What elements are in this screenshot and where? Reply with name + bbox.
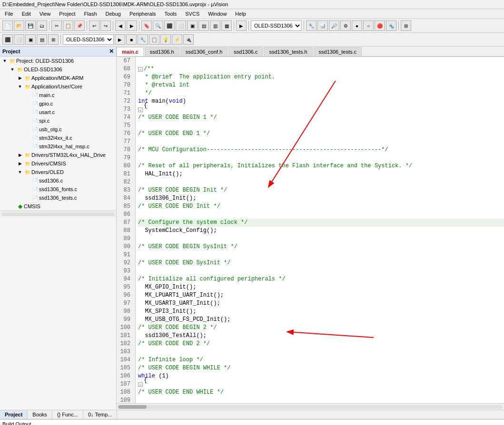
tree-item-spi-c[interactable]: ▶ 📄 spi.c (0, 116, 116, 125)
t2-stop-btn[interactable]: ■ (126, 34, 137, 45)
sidebar-close-btn[interactable]: ✕ (109, 48, 114, 55)
menu-flash[interactable]: Flash (82, 10, 99, 18)
t2-btn3[interactable]: ▣ (25, 34, 36, 45)
sidebar-scroll-track[interactable] (1, 212, 115, 216)
tree-item-ssd1306-tests-c[interactable]: ▶ 📄 ssd1306_tests.c (0, 193, 116, 202)
btn9[interactable]: 🔎 (329, 20, 339, 31)
tree-item-drivers-stm32[interactable]: ▶ 📁 Drivers/STM32L4xx_HAL_Drive (0, 151, 116, 159)
save-all-btn[interactable]: 🗂 (37, 20, 47, 31)
menu-svcs[interactable]: SVCS (183, 10, 202, 18)
tab-ssd1306-conf-h[interactable]: ssd1306_conf.h (180, 47, 228, 57)
btn2[interactable]: ⬜ (176, 20, 186, 31)
t2-btn6[interactable]: 🔧 (138, 34, 148, 45)
menu-project[interactable]: Project (57, 10, 78, 18)
tab-ssd1306-h[interactable]: ssd1306.h (145, 47, 179, 57)
expander-oled[interactable]: ▼ (9, 66, 16, 73)
editor-area[interactable]: 67 68 69 70 71 72 73 74 75 76 77 78 79 8… (117, 57, 504, 403)
bottom-tab-project[interactable]: Project (0, 410, 28, 419)
scroll-track-h[interactable] (118, 405, 503, 409)
menu-window[interactable]: Window (206, 10, 229, 18)
open-btn[interactable]: 📂 (14, 20, 24, 31)
btn4[interactable]: ▤ (198, 20, 209, 31)
tree-item-oled[interactable]: ▼ 📁 OLED-SSD1306 (0, 65, 116, 74)
tab-ssd1306-c[interactable]: ssd1306.c (228, 47, 263, 57)
tree-item-cmsis[interactable]: ▶ ◆ CMSIS (0, 202, 116, 211)
expander-drv-oled[interactable]: ▼ (16, 168, 24, 176)
tab-ssd1306-tests-h[interactable]: ssd1306_tests.h (264, 47, 312, 57)
t2-btn4[interactable]: ▤ (37, 34, 47, 45)
expander-project[interactable]: ▼ (1, 57, 9, 65)
expander-drv-stm32[interactable]: ▶ (16, 151, 24, 159)
undo-btn[interactable]: ↩ (89, 20, 99, 31)
build-btn[interactable]: ▶ (236, 20, 247, 31)
tree-item-ssd1306-fonts-c[interactable]: ▶ 📄 ssd1306_fonts.c (0, 185, 116, 193)
t2-btn8[interactable]: 💡 (160, 34, 171, 45)
expander-drv-cmsis[interactable]: ▶ (16, 160, 24, 167)
btn10[interactable]: ⚙ (340, 20, 351, 31)
tree-item-usart-c[interactable]: ▶ 📄 usart.c (0, 108, 116, 116)
t2-btn1[interactable]: ⬛ (2, 34, 13, 45)
btn8[interactable]: 📊 (317, 20, 328, 31)
menu-help[interactable]: Help (233, 10, 248, 18)
btn3[interactable]: ▣ (187, 20, 198, 31)
tree-item-main-c[interactable]: ▶ 📄 main.c (0, 91, 116, 99)
t2-btn2[interactable]: ⬜ (14, 34, 24, 45)
bottom-tab-temp[interactable]: 0↓ Temp... (83, 410, 118, 419)
t2-btn7[interactable]: 📋 (149, 34, 159, 45)
redo-btn[interactable]: ↪ (100, 20, 111, 31)
menu-debug[interactable]: Debug (103, 10, 123, 18)
btn11[interactable]: ● (352, 20, 362, 31)
tree-item-drivers-cmsis[interactable]: ▶ 📁 Drivers/CMSIS (0, 159, 116, 168)
paste-btn[interactable]: 📌 (74, 20, 85, 31)
settings-btn[interactable]: 🔩 (386, 20, 396, 31)
collapse-73[interactable]: - (138, 107, 143, 112)
sidebar-scrollbar[interactable] (0, 211, 116, 217)
grid-btn[interactable]: ⊞ (401, 20, 411, 31)
collapse-68[interactable]: - (138, 67, 143, 72)
nav-fwd-btn[interactable]: ▶ (127, 20, 137, 31)
t2-btn9[interactable]: ⚡ (172, 34, 182, 45)
expander-mdk[interactable]: ▶ (16, 74, 24, 82)
btn12[interactable]: ○ (363, 20, 374, 31)
tree-item-drivers-oled[interactable]: ▼ 📁 Drivers/OLED (0, 168, 116, 176)
menu-edit[interactable]: Edit (20, 10, 33, 18)
nav-back-btn[interactable]: ◀ (115, 20, 126, 31)
btn13[interactable]: 🔴 (375, 20, 385, 31)
menu-tools[interactable]: Tools (162, 10, 179, 18)
scroll-thumb-h[interactable] (118, 405, 147, 409)
btn7[interactable]: 🔧 (306, 20, 316, 31)
horizontal-scrollbar[interactable] (117, 403, 504, 410)
btn6[interactable]: ▦ (221, 20, 232, 31)
save-btn[interactable]: 💾 (25, 20, 36, 31)
tree-item-mdk[interactable]: ▶ 📁 Application/MDK-ARM (0, 74, 116, 82)
tree-item-ssd1306-c[interactable]: ▶ 📄 ssd1306.c (0, 176, 116, 185)
collapse-107[interactable]: - (138, 382, 143, 387)
btn5[interactable]: ▥ (210, 20, 220, 31)
tab-ssd1306-tests-c[interactable]: ssd1306_tests.c (314, 47, 362, 57)
t2-btn5[interactable]: ⊞ (48, 34, 59, 45)
tree-item-usb-otg-c[interactable]: ▶ 📄 usb_otg.c (0, 125, 116, 134)
bookmark-btn[interactable]: 🔖 (141, 20, 152, 31)
expander-user-core[interactable]: ▼ (16, 83, 24, 90)
tree-item-gpio-c[interactable]: ▶ 📄 gpio.c (0, 99, 116, 108)
project-select[interactable]: OLED-SSD1306 (63, 34, 114, 45)
menu-view[interactable]: View (37, 10, 53, 18)
tab-main-c[interactable]: main.c (117, 47, 144, 57)
t2-btn10[interactable]: 🔌 (183, 34, 194, 45)
tree-item-user-core[interactable]: ▼ 📁 Application/User/Core (0, 82, 116, 91)
bottom-tab-func[interactable]: {} Func... (52, 410, 83, 419)
tree-item-stm32-msp[interactable]: ▶ 📄 stm32l4xx_hal_msp.c (0, 142, 116, 151)
tree-item-project[interactable]: ▼ 📁 Project: OLED-SSD1306 (0, 57, 116, 65)
menu-peripherals[interactable]: Peripherals (127, 10, 158, 18)
new-file-btn[interactable]: 📄 (2, 20, 13, 31)
tree-item-stm32-it[interactable]: ▶ 📄 stm32l4xx_it.c (0, 134, 116, 142)
t2-run-btn[interactable]: ▶ (115, 34, 125, 45)
sep4 (139, 21, 139, 30)
target-select[interactable]: OLED-SSD1306 (251, 20, 302, 31)
menu-file[interactable]: File (2, 10, 16, 18)
copy-btn[interactable]: 📋 (63, 20, 73, 31)
search-btn[interactable]: 🔍 (153, 20, 163, 31)
cut-btn[interactable]: ✂ (51, 20, 62, 31)
btn1[interactable]: ⬛ (164, 20, 175, 31)
bottom-tab-books[interactable]: Books (28, 410, 52, 419)
